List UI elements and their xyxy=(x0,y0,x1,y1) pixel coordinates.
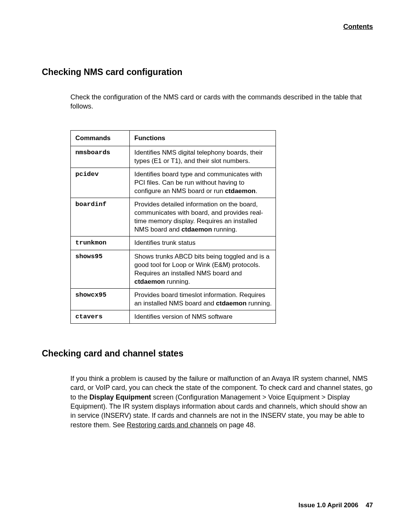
cmd-cell: boardinf xyxy=(71,198,130,236)
table-row: pcidev Identifies board type and communi… xyxy=(71,168,276,198)
restoring-link[interactable]: Restoring cards and channels xyxy=(127,421,217,429)
col-header-commands: Commands xyxy=(71,130,130,146)
table-row: nmsboards Identifies NMS digital telepho… xyxy=(71,146,276,168)
func-cell: Identifies NMS digital telephony boards,… xyxy=(130,146,276,168)
col-header-functions: Functions xyxy=(130,130,276,146)
table-row: trunkmon Identifies trunk status xyxy=(71,236,276,250)
page-number: 47 xyxy=(366,502,373,509)
func-cell: Identifies board type and communicates w… xyxy=(130,168,276,198)
cmd-cell: pcidev xyxy=(71,168,130,198)
func-cell: Provides board timeslot information. Req… xyxy=(130,288,276,310)
section1-intro: Check the configuration of the NMS card … xyxy=(70,93,373,111)
cmd-cell: showcx95 xyxy=(71,288,130,310)
table-row: ctavers Identifies version of NMS softwa… xyxy=(71,310,276,324)
section2-title: Checking card and channel states xyxy=(42,348,373,359)
cmd-cell: shows95 xyxy=(71,250,130,288)
section2-paragraph: If you think a problem is caused by the … xyxy=(70,374,373,430)
table-row: shows95 Shows trunks ABCD bits being tog… xyxy=(71,250,276,288)
cmd-cell: trunkmon xyxy=(71,236,130,250)
section1-title: Checking NMS card configuration xyxy=(42,67,373,77)
cmd-cell: nmsboards xyxy=(71,146,130,168)
page-footer: Issue 1.0 April 2006 47 xyxy=(298,502,373,509)
func-cell: Identifies version of NMS software xyxy=(130,310,276,324)
func-cell: Provides detailed information on the boa… xyxy=(130,198,276,236)
func-cell: Identifies trunk status xyxy=(130,236,276,250)
table-row: showcx95 Provides board timeslot informa… xyxy=(71,288,276,310)
footer-text: Issue 1.0 April 2006 xyxy=(298,502,358,509)
table-row: boardinf Provides detailed information o… xyxy=(71,198,276,236)
commands-table: Commands Functions nmsboards Identifies … xyxy=(70,130,276,324)
contents-link[interactable]: Contents xyxy=(42,23,373,31)
cmd-cell: ctavers xyxy=(71,310,130,324)
func-cell: Shows trunks ABCD bits being toggled and… xyxy=(130,250,276,288)
